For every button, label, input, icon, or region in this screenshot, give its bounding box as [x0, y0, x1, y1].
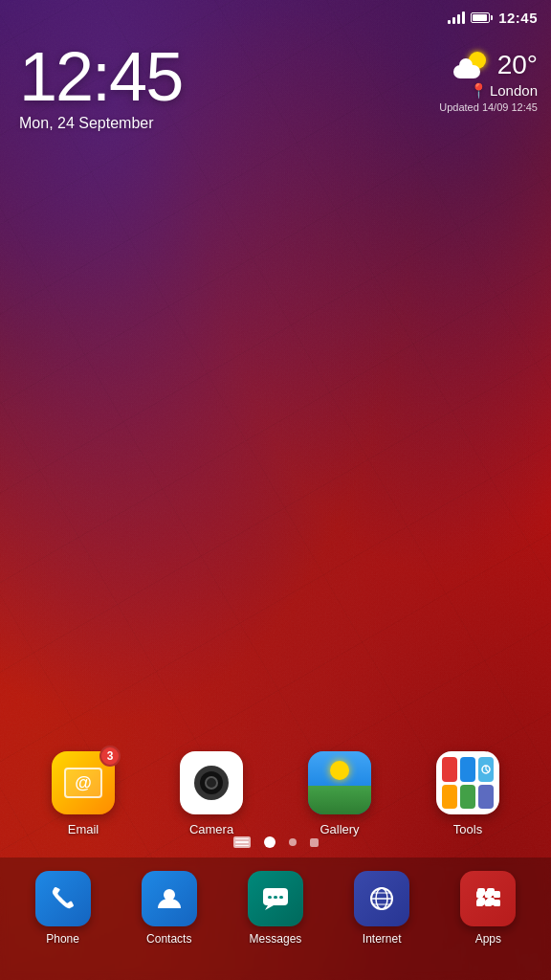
indicator-home[interactable] [264, 836, 276, 848]
weather-location: 📍London [439, 82, 538, 100]
messages-svg [260, 883, 291, 914]
indicator-square[interactable] [310, 838, 319, 847]
app-icons-row: 3 @ Email Camera Gallery [0, 751, 551, 836]
contacts-svg [154, 883, 185, 914]
apps-dock-item[interactable]: Apps [460, 871, 516, 946]
apps-dock-icon [460, 871, 516, 926]
contacts-dock-label: Contacts [146, 932, 191, 946]
battery-icon [471, 12, 493, 23]
phone-dock-item[interactable]: Phone [35, 871, 91, 946]
weather-updated: Updated 14/09 12:45 [439, 101, 538, 113]
status-bar: 12:45 [0, 0, 551, 34]
tools-icon [436, 751, 499, 814]
gallery-sun [330, 761, 349, 780]
weather-widget[interactable]: 20° 📍London Updated 14/09 12:45 [439, 50, 538, 113]
svg-rect-24 [485, 900, 492, 906]
tools-grid [442, 757, 494, 809]
camera-lens-inner [200, 771, 223, 794]
email-app[interactable]: 3 @ Email [52, 751, 115, 836]
svg-rect-25 [494, 900, 500, 906]
internet-svg [366, 883, 397, 914]
messages-dock-label: Messages [250, 932, 302, 946]
contacts-dock-icon [142, 871, 197, 926]
svg-rect-23 [476, 900, 483, 906]
tools-label: Tools [453, 822, 482, 836]
svg-rect-20 [476, 891, 483, 898]
dock: Phone Contacts Messages [0, 858, 551, 980]
internet-dock-item[interactable]: Internet [354, 871, 409, 946]
tools-app[interactable]: Tools [436, 751, 499, 836]
email-icon: 3 @ [52, 751, 115, 814]
clock-date: Mon, 24 September [19, 115, 532, 132]
apps-dock-label: Apps [475, 932, 501, 946]
signal-icon [448, 11, 465, 24]
apps-svg [473, 883, 503, 914]
svg-marker-5 [265, 905, 274, 910]
phone-svg [48, 883, 78, 914]
camera-app[interactable]: Camera [180, 751, 243, 836]
location-pin-icon: 📍 [470, 82, 488, 100]
gallery-icon [308, 751, 371, 814]
svg-text:@: @ [75, 773, 92, 792]
camera-lens-outer [194, 766, 229, 800]
gallery-app[interactable]: Gallery [308, 751, 371, 836]
svg-rect-6 [268, 896, 272, 899]
phone-dock-icon [35, 871, 91, 926]
camera-icon [180, 751, 243, 814]
cloud-icon [453, 65, 480, 78]
weather-icon [453, 50, 490, 80]
envelope-svg: @ [64, 768, 102, 798]
svg-rect-22 [494, 891, 500, 898]
internet-dock-label: Internet [363, 932, 402, 946]
messages-dock-item[interactable]: Messages [248, 871, 303, 946]
phone-dock-label: Phone [46, 932, 79, 946]
camera-lens [205, 776, 218, 790]
svg-rect-8 [279, 896, 283, 899]
indicator-dot1[interactable] [289, 838, 297, 846]
page-indicators [0, 836, 551, 848]
temperature: 20° [497, 50, 538, 80]
email-label: Email [68, 822, 99, 836]
status-time: 12:45 [498, 10, 538, 26]
svg-rect-7 [274, 896, 277, 899]
internet-dock-icon [354, 871, 409, 926]
gallery-ground [308, 786, 371, 814]
contacts-dock-item[interactable]: Contacts [142, 871, 197, 946]
indicator-lines[interactable] [233, 836, 251, 848]
gallery-label: Gallery [320, 822, 359, 836]
email-badge: 3 [99, 746, 121, 767]
camera-label: Camera [189, 822, 233, 836]
messages-dock-icon [248, 871, 303, 926]
svg-rect-21 [485, 891, 492, 898]
